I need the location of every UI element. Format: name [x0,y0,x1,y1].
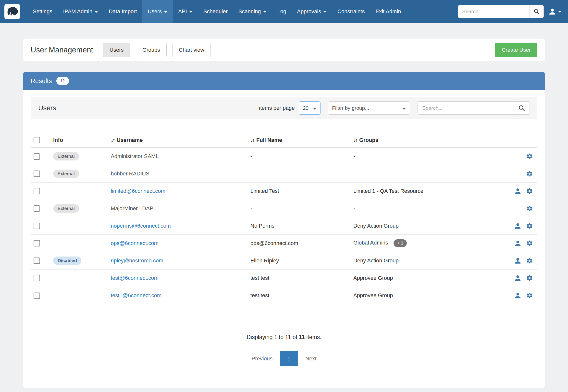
username-cell[interactable]: ripley@nostromo.com [111,257,163,264]
table-search-button[interactable] [514,101,530,115]
nav-item-api[interactable]: API [173,0,198,23]
username-cell[interactable]: ops@6connect.com [111,240,158,246]
nav-item-ipam-admin[interactable]: IPAM Admin [58,0,103,23]
row-checkbox[interactable] [34,223,40,229]
impersonate-user-icon[interactable] [514,275,521,281]
results-title: Results [31,77,52,85]
nav-item-exit-admin[interactable]: Exit Admin [370,0,406,23]
impersonate-user-icon[interactable] [514,292,521,299]
row-checkbox[interactable] [34,153,40,160]
nav-item-label: Scheduler [203,8,228,15]
impersonate-user-icon[interactable] [514,240,521,247]
nav-item-constraints[interactable]: Constraints [332,0,370,23]
nav-item-label: Data Import [109,8,137,15]
items-per-page-value: 20 [303,105,309,111]
nav-item-scheduler[interactable]: Scheduler [198,0,233,23]
gear-icon[interactable] [526,188,533,195]
column-header-groups[interactable]: ↓↑Groups [350,133,488,147]
filter-by-group-select[interactable]: Filter by group... [328,101,410,115]
chevron-down-icon [403,108,406,110]
gear-icon[interactable] [526,170,533,177]
pagination-next-button[interactable]: Next [298,351,324,366]
chevron-down-icon [558,11,562,13]
nav-item-approvals[interactable]: Approvals [292,0,332,23]
row-checkbox[interactable] [34,170,40,177]
nav-item-scanning[interactable]: Scanning [233,0,272,23]
row-checkbox[interactable] [34,293,40,299]
chevron-down-icon [95,11,98,13]
column-header-info[interactable]: Info [50,133,108,147]
gear-icon[interactable] [526,223,533,229]
chevron-down-icon [313,108,316,110]
navbar-search [458,5,544,18]
username-cell[interactable]: test@6connect.com [111,275,158,281]
gear-icon[interactable] [526,240,533,247]
select-all-checkbox[interactable] [34,137,40,143]
view-tabs: Users Groups Chart view [103,43,215,57]
nav-item-label: API [178,8,187,15]
impersonate-user-icon[interactable] [514,188,521,195]
navbar-right [458,0,562,23]
impersonate-user-icon[interactable] [514,257,521,264]
gear-icon[interactable] [526,205,533,212]
gear-icon[interactable] [526,257,533,264]
username-cell: Administrator SAML [111,153,159,159]
table-search-input[interactable] [418,101,514,115]
user-menu[interactable] [549,8,562,15]
tab-groups[interactable]: Groups [136,43,167,57]
username-cell[interactable]: noperms@6connect.com [111,223,171,229]
row-checkbox[interactable] [34,275,40,281]
table-search [418,101,530,115]
gear-icon[interactable] [526,292,533,299]
results-summary: Displaying 1 to 11 of 11 items. [31,334,537,341]
full-name-cell: ops@6connect.com [247,235,350,252]
row-checkbox[interactable] [34,257,40,264]
impersonate-user-icon[interactable] [514,223,521,229]
navbar-search-button[interactable] [529,5,544,18]
username-cell: MajorMiner LDAP [111,205,153,211]
nav-item-label: Log [277,8,286,15]
groups-cell: Deny Action Group [353,223,399,229]
user-management-header: User Management Users Groups Chart view … [23,38,545,62]
sort-icon: ↓↑ [353,137,357,143]
top-navbar: Settings IPAM Admin Data Import Users AP… [0,0,568,23]
nav-item-settings[interactable]: Settings [28,0,58,23]
create-user-button[interactable]: Create User [495,43,537,57]
tab-users[interactable]: Users [103,43,130,57]
items-per-page-label: items per page [259,105,295,111]
groups-cell: Approvee Group [353,275,393,281]
nav-items: Settings IPAM Admin Data Import Users AP… [28,0,406,23]
status-badge: External [53,169,79,178]
column-header-full-name[interactable]: ↓↑Full Name [247,133,350,147]
pagination-previous-button[interactable]: Previous [244,351,280,366]
gear-icon[interactable] [526,275,533,281]
nav-item-data-import[interactable]: Data Import [103,0,142,23]
column-header-username[interactable]: ↓↑Username [108,133,247,147]
sort-icon: ↓↑ [250,137,254,143]
row-checkbox[interactable] [34,188,40,194]
row-checkbox[interactable] [34,205,40,212]
nav-item-label: Approvals [297,8,321,15]
nav-item-label: Constraints [337,8,365,15]
groups-cell: Global Admins [353,240,388,246]
groups-cell: - [353,153,355,159]
provision-logo[interactable] [4,4,20,19]
table-row: limited@6connect.com Limited Test Limite… [31,182,537,200]
row-checkbox[interactable] [34,240,40,246]
users-table-body: External Administrator SAML - - [31,147,537,304]
items-per-page-select[interactable]: 20 [299,101,321,115]
mammoth-logo-icon [6,5,19,18]
nav-item-users[interactable]: Users [142,0,173,23]
username-cell[interactable]: limited@6connect.com [111,188,165,194]
page-title: User Management [31,46,93,54]
nav-item-log[interactable]: Log [272,0,292,23]
nav-item-label: Settings [33,8,52,15]
results-count-badge: 11 [56,77,69,85]
username-cell[interactable]: test1@6connect.com [111,292,161,298]
pagination-page-1-button[interactable]: 1 [280,351,298,366]
navbar-search-input[interactable] [458,5,529,18]
nav-item-label: Scanning [238,8,261,15]
tab-chart-view[interactable]: Chart view [172,43,211,57]
gear-icon[interactable] [526,153,533,160]
table-row: noperms@6connect.com No Perms Deny Actio… [31,217,537,235]
